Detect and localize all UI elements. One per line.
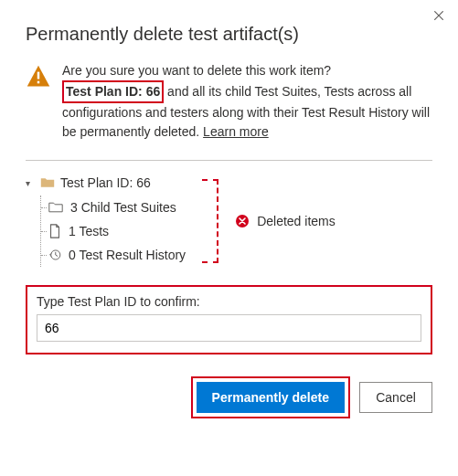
tree-children: 3 Child Test Suites 1 Tests 0 Test Resul… xyxy=(40,196,186,267)
file-icon xyxy=(48,224,61,238)
confirm-block: Type Test Plan ID to confirm: xyxy=(26,285,432,354)
close-icon[interactable] xyxy=(432,9,445,25)
confirm-label: Type Test Plan ID to confirm: xyxy=(37,294,421,309)
separator xyxy=(26,160,432,161)
deleted-items-text: Deleted items xyxy=(257,214,336,228)
deleted-bracket xyxy=(202,179,218,263)
tree-item-suites[interactable]: 3 Child Test Suites xyxy=(48,196,186,219)
artifact-tree: ▾ Test Plan ID: 66 3 Child Test Suites 1… xyxy=(26,175,186,267)
warning-message: Are you sure you want to delete this wor… xyxy=(62,61,432,142)
folder-icon xyxy=(40,176,55,189)
dialog-title: Permanently delete test artifact(s) xyxy=(26,24,432,45)
history-icon xyxy=(48,248,61,262)
confirm-input[interactable] xyxy=(37,314,421,342)
button-row: Permanently delete Cancel xyxy=(26,376,432,418)
svg-rect-1 xyxy=(37,81,39,84)
primary-highlight: Permanently delete xyxy=(191,376,350,418)
tree-item-label: 1 Tests xyxy=(69,224,109,238)
permanently-delete-button[interactable]: Permanently delete xyxy=(197,382,345,413)
folder-outline-icon xyxy=(48,201,63,214)
tree-item-label: 0 Test Result History xyxy=(69,248,186,262)
learn-more-link[interactable]: Learn more xyxy=(203,124,269,139)
svg-rect-0 xyxy=(37,72,39,79)
test-plan-id-highlight: Test Plan ID: 66 xyxy=(62,80,164,103)
message-text-before: Are you sure you want to delete this wor… xyxy=(62,63,331,78)
warning-icon xyxy=(26,61,51,91)
tree-item-tests[interactable]: 1 Tests xyxy=(48,219,186,243)
cancel-button[interactable]: Cancel xyxy=(359,382,432,413)
tree-area: ▾ Test Plan ID: 66 3 Child Test Suites 1… xyxy=(26,175,432,267)
tree-item-history[interactable]: 0 Test Result History xyxy=(48,243,186,267)
error-icon xyxy=(235,214,250,228)
warning-row: Are you sure you want to delete this wor… xyxy=(26,61,432,142)
delete-artifacts-dialog: Permanently delete test artifact(s) Are … xyxy=(0,0,458,437)
tree-root[interactable]: ▾ Test Plan ID: 66 xyxy=(26,175,186,190)
tree-item-label: 3 Child Test Suites xyxy=(70,200,176,215)
chevron-down-icon: ▾ xyxy=(26,178,35,188)
deleted-items-row: Deleted items xyxy=(235,214,336,228)
tree-root-label: Test Plan ID: 66 xyxy=(60,175,151,190)
